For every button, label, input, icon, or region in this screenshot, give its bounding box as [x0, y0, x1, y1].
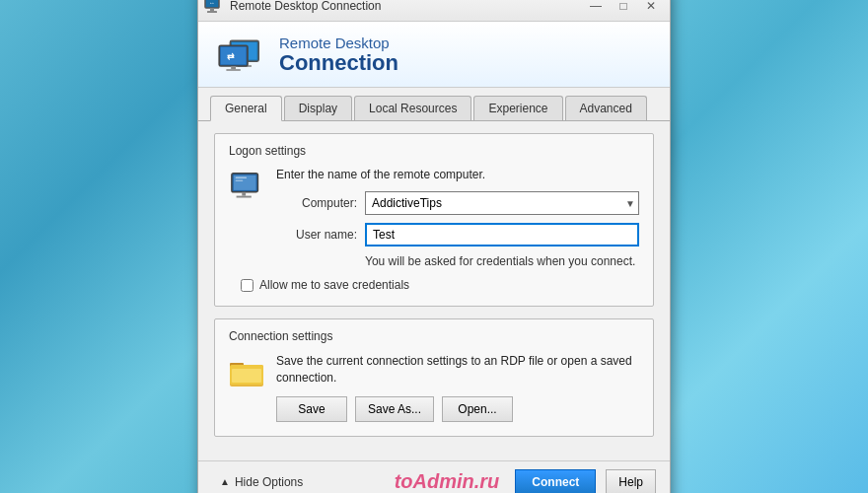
connection-buttons: Save Save As... Open...	[276, 396, 639, 422]
svg-rect-10	[231, 66, 236, 69]
minimize-button[interactable]: —	[583, 0, 609, 17]
hide-options-label: Hide Options	[235, 475, 303, 489]
logon-group-label: Logon settings	[229, 144, 639, 158]
tab-general[interactable]: General	[210, 96, 282, 121]
svg-text:⇄: ⇄	[227, 51, 235, 61]
header-title-bottom: Connection	[279, 51, 398, 75]
username-field-row: User name:	[276, 223, 639, 246]
svg-rect-11	[226, 69, 240, 71]
open-button[interactable]: Open...	[442, 396, 513, 422]
credentials-note: You will be asked for credentials when y…	[365, 254, 639, 268]
allow-save-checkbox[interactable]	[241, 279, 253, 292]
hide-options-button[interactable]: ▲ Hide Options	[212, 471, 311, 493]
connect-button[interactable]: Connect	[515, 469, 596, 493]
svg-rect-18	[236, 180, 244, 181]
main-window: ↔ Remote Desktop Connection — □ ✕	[197, 0, 671, 493]
computer-label: Computer:	[276, 196, 365, 210]
tab-local-resources[interactable]: Local Resources	[354, 96, 471, 120]
chevron-up-icon: ▲	[220, 476, 230, 487]
save-button[interactable]: Save	[276, 396, 347, 422]
header-title-top: Remote Desktop	[279, 35, 398, 51]
logon-description: Enter the name of the remote computer.	[276, 168, 639, 181]
tab-advanced[interactable]: Advanced	[565, 96, 647, 120]
footer: ▲ Hide Options toAdmin.ru Connect Help	[198, 460, 670, 493]
svg-rect-2	[207, 11, 217, 13]
svg-rect-15	[242, 192, 246, 196]
svg-rect-16	[237, 196, 252, 198]
svg-text:↔: ↔	[209, 0, 215, 6]
app-icon: ↔	[204, 0, 224, 16]
username-input[interactable]	[365, 223, 639, 246]
logon-settings-group: Logon settings Enter the name of the rem…	[214, 133, 654, 307]
close-button[interactable]: ✕	[638, 0, 664, 17]
content-area: Logon settings Enter the name of the rem…	[198, 121, 670, 460]
help-button[interactable]: Help	[606, 469, 656, 493]
logon-computer-icon	[229, 170, 264, 205]
computer-field-row: Computer: AddictiveTips ▼	[276, 191, 639, 215]
save-as-button[interactable]: Save As...	[355, 396, 434, 422]
tab-display[interactable]: Display	[284, 96, 352, 120]
titlebar: ↔ Remote Desktop Connection — □ ✕	[198, 0, 670, 22]
computer-select[interactable]: AddictiveTips	[365, 191, 639, 215]
computer-select-wrapper: AddictiveTips ▼	[365, 191, 639, 215]
window-controls: — □ ✕	[583, 0, 664, 17]
header-banner: ⇄ Remote Desktop Connection	[198, 22, 670, 88]
logon-form: Enter the name of the remote computer. C…	[276, 168, 639, 268]
svg-rect-17	[236, 177, 247, 178]
watermark-text: toAdmin.ru	[395, 470, 500, 493]
svg-rect-1	[210, 8, 214, 11]
connection-description: Save the current connection settings to …	[276, 353, 639, 387]
header-text: Remote Desktop Connection	[279, 35, 398, 75]
computer-select-wrap: AddictiveTips ▼	[365, 191, 639, 215]
connection-settings-group: Connection settings Save the current con…	[214, 318, 654, 437]
connection-group-label: Connection settings	[229, 329, 639, 343]
folder-icon	[229, 355, 264, 390]
maximize-button[interactable]: □	[611, 0, 636, 17]
connection-form: Save the current connection settings to …	[276, 353, 639, 422]
tab-experience[interactable]: Experience	[473, 96, 562, 120]
allow-save-label[interactable]: Allow me to save credentials	[259, 278, 409, 292]
username-input-wrap	[365, 223, 639, 246]
allow-save-row: Allow me to save credentials	[241, 278, 639, 292]
svg-rect-22	[232, 369, 261, 383]
window-title: Remote Desktop Connection	[230, 0, 583, 13]
username-label: User name:	[276, 228, 365, 242]
tabs-bar: General Display Local Resources Experien…	[198, 88, 670, 121]
header-icon: ⇄	[214, 34, 265, 75]
